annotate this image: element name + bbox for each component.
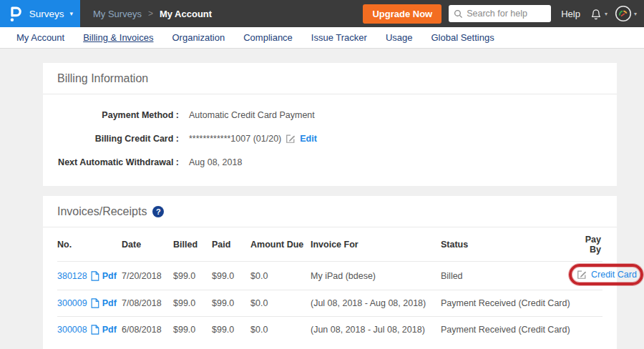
questionpro-logo-icon [9, 5, 23, 22]
avatar [615, 5, 632, 22]
chevron-down-icon: ▾ [634, 11, 637, 17]
tab-compliance[interactable]: Compliance [234, 27, 302, 49]
notifications-button[interactable]: ▾ [589, 6, 608, 21]
search-input[interactable] [467, 9, 546, 19]
breadcrumb-current-page: My Account [160, 9, 212, 19]
invoices-header: Invoices/Receipts ? [43, 196, 617, 227]
invoices-table-container: No. Date Billed Paid Amount Due Invoice … [43, 227, 617, 349]
next-withdrawal-row: Next Automatic Withdrawal : Aug 08, 2018 [57, 150, 602, 174]
col-status: Status [441, 227, 577, 262]
invoice-status: Payment Received (Credit Card) [441, 317, 577, 343]
billing-details: Payment Method : Automatic Credit Card P… [43, 94, 617, 186]
edit-pencil-icon [577, 270, 587, 280]
invoice-amount-due: $0.0 [250, 317, 311, 343]
field-value: Aug 08, 2018 [189, 157, 242, 167]
pdf-link[interactable]: Pdf [102, 325, 117, 335]
col-date: Date [122, 227, 173, 262]
field-label: Payment Method : [57, 110, 179, 120]
invoice-paid: $99.0 [212, 290, 250, 317]
invoice-billed: $99.0 [173, 262, 212, 290]
field-label: Next Automatic Withdrawal : [57, 157, 179, 167]
table-row: 300008 Pdf 6/08/2018 $99.0 $99.0 $0. [57, 317, 602, 343]
page-content: Billing Information Payment Method : Aut… [0, 49, 644, 349]
search-icon [454, 9, 463, 19]
invoice-billed: $99.0 [173, 317, 212, 343]
pdf-link[interactable]: Pdf [102, 298, 117, 308]
breadcrumb-my-surveys[interactable]: My Surveys [93, 9, 142, 19]
invoice-number-link[interactable]: 300009 [57, 298, 87, 308]
pdf-file-icon [90, 325, 99, 335]
invoice-date: 7/08/2018 [122, 290, 173, 317]
table-row: 300009 Pdf 7/08/2018 $99.0 $99.0 $0. [57, 290, 602, 317]
tab-global-settings[interactable]: Global Settings [421, 27, 503, 49]
table-row: 380128 Pdf 7/20/2018 $99.0 $99.0 $0. [57, 262, 602, 290]
tab-usage[interactable]: Usage [376, 27, 422, 49]
table-header-row: No. Date Billed Paid Amount Due Invoice … [57, 227, 602, 262]
invoice-for: (Jul 08, 2018 - Aug 08, 2018) [311, 290, 441, 317]
breadcrumb-separator: > [148, 9, 153, 19]
tab-my-account[interactable]: My Account [7, 27, 74, 49]
invoice-pay-by [577, 290, 602, 317]
help-link[interactable]: Help [561, 9, 580, 19]
invoice-number-link[interactable]: 380128 [57, 271, 87, 281]
invoices-table: No. Date Billed Paid Amount Due Invoice … [57, 227, 602, 343]
field-label: Billing Credit Card : [57, 134, 179, 144]
pay-by-credit-card-link[interactable]: Credit Card [591, 270, 637, 280]
pdf-file-icon [90, 298, 99, 308]
field-value: ************1007 (01/20) Edit [189, 134, 317, 144]
section-title: Invoices/Receipts [57, 205, 147, 218]
breadcrumb: My Surveys > My Account [93, 9, 212, 19]
help-icon[interactable]: ? [152, 206, 164, 217]
col-amount-due: Amount Due [250, 227, 311, 262]
billing-credit-card-row: Billing Credit Card : ************1007 (… [57, 127, 602, 150]
product-menu-button[interactable]: Surveys ▾ [0, 0, 80, 27]
topbar-actions: Upgrade Now Help ▾ ▾ [363, 4, 644, 24]
tab-issue-tracker[interactable]: Issue Tracker [302, 27, 376, 49]
invoice-amount-due: $0.0 [250, 262, 311, 290]
help-search-box[interactable] [449, 5, 551, 22]
upgrade-now-button[interactable]: Upgrade Now [363, 4, 441, 24]
field-value: Automatic Credit Card Payment [189, 110, 315, 120]
bell-icon [589, 6, 602, 21]
invoice-status: Payment Received (Credit Card) [441, 290, 577, 317]
pdf-link[interactable]: Pdf [102, 271, 117, 281]
invoice-for: (Jun 08, 2018 - Jul 08, 2018) [311, 317, 441, 343]
invoice-paid: $99.0 [212, 262, 250, 290]
masked-card-number: ************1007 (01/20) [189, 134, 281, 144]
tab-billing-invoices[interactable]: Billing & Invoices [74, 27, 162, 49]
payment-method-row: Payment Method : Automatic Credit Card P… [57, 103, 602, 127]
col-billed: Billed [173, 227, 212, 262]
col-paid: Paid [212, 227, 250, 262]
edit-pencil-icon [286, 134, 296, 144]
invoice-status: Billed [441, 262, 577, 290]
pdf-file-icon [90, 271, 99, 281]
chevron-down-icon: ▾ [69, 10, 73, 17]
product-menu-label: Surveys [29, 9, 64, 19]
invoice-pay-by [577, 317, 602, 343]
invoice-date: 6/08/2018 [122, 317, 173, 343]
billing-information-header: Billing Information [43, 63, 617, 94]
edit-credit-card-link[interactable]: Edit [300, 134, 317, 144]
account-nav-tabs: My Account Billing & Invoices Organizati… [0, 27, 644, 49]
col-invoice-for: Invoice For [311, 227, 441, 262]
invoice-amount-due: $0.0 [250, 290, 311, 317]
col-pay-by: Pay By [577, 227, 602, 262]
billing-information-card: Billing Information Payment Method : Aut… [43, 63, 617, 186]
account-menu-button[interactable]: ▾ [615, 5, 637, 22]
invoice-date: 7/20/2018 [122, 262, 173, 290]
col-no: No. [57, 227, 122, 262]
invoice-paid: $99.0 [212, 317, 250, 343]
tab-organization[interactable]: Organization [162, 27, 234, 49]
invoice-billed: $99.0 [173, 290, 212, 317]
invoices-receipts-card: Invoices/Receipts ? No. Date Billed Paid… [43, 196, 617, 349]
invoice-number-link[interactable]: 300008 [57, 325, 87, 335]
chevron-down-icon: ▾ [605, 11, 608, 17]
section-title: Billing Information [57, 72, 148, 85]
invoice-for: My iPad (bdese) [311, 262, 441, 290]
top-bar: Surveys ▾ My Surveys > My Account Upgrad… [0, 0, 644, 27]
